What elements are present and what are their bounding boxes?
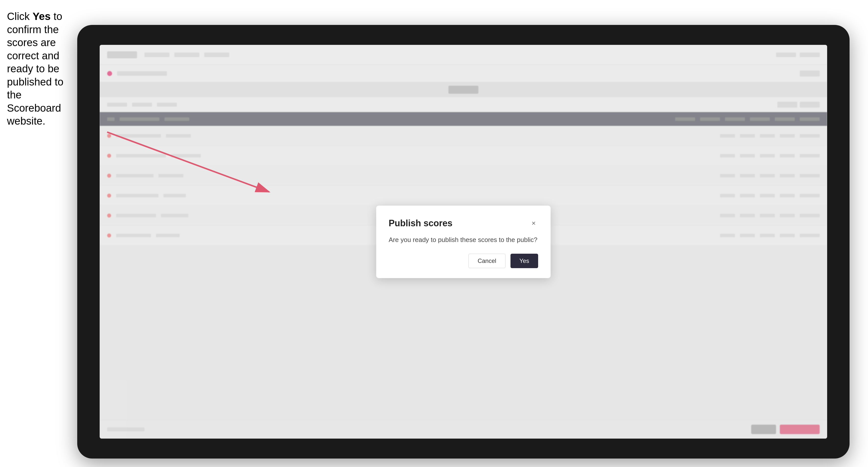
modal-title: Publish scores: [389, 218, 453, 228]
modal-overlay: Publish scores × Are you ready to publis…: [100, 45, 827, 439]
instruction-text: Click Yes to confirm the scores are corr…: [7, 10, 77, 128]
modal-body-text: Are you ready to publish these scores to…: [389, 236, 538, 244]
instruction-suffix: to confirm the scores are correct and re…: [7, 10, 64, 127]
instruction-bold: Yes: [33, 10, 51, 22]
tablet-screen: Publish scores × Are you ready to publis…: [100, 45, 827, 439]
instruction-prefix: Click: [7, 10, 33, 22]
modal-close-button[interactable]: ×: [529, 219, 538, 228]
publish-scores-modal: Publish scores × Are you ready to publis…: [376, 206, 551, 278]
tablet-device: Publish scores × Are you ready to publis…: [77, 25, 849, 459]
modal-header: Publish scores ×: [389, 218, 538, 228]
modal-footer: Cancel Yes: [389, 254, 538, 268]
cancel-button[interactable]: Cancel: [468, 254, 505, 268]
yes-button[interactable]: Yes: [510, 254, 538, 268]
